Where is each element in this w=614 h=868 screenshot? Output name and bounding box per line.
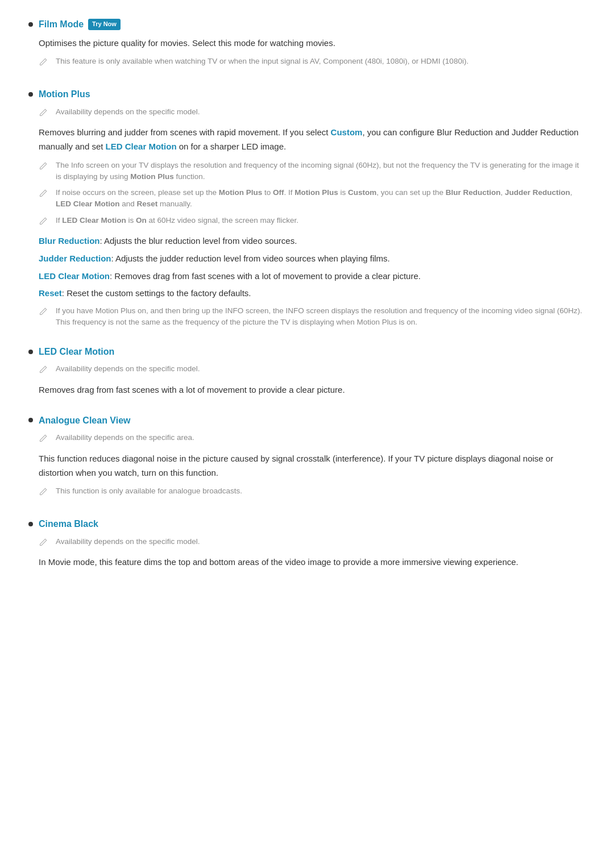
note-text: This feature is only available when watc… [56,56,468,67]
note-row: This feature is only available when watc… [39,56,586,71]
note-text: If noise occurs on the screen, please se… [56,187,586,210]
inline-highlight: Judder Reduction [505,188,570,197]
section-title-cinema-black: Cinema Black [39,517,98,531]
definition-colon: : [100,236,102,246]
inline-highlight: LED Clear Motion [62,216,126,225]
definition-row: Reset: Reset the custom settings to the … [39,286,586,301]
note-text: Availability depends on the specific mod… [56,536,200,547]
inline-highlight: LED Clear Motion [106,142,177,151]
inline-highlight: On [136,216,147,225]
section-title-row-analogue-clean-view: Analogue Clean View [28,413,586,428]
bullet-dot [28,522,33,526]
definition-term: Judder Reduction [39,254,111,263]
note-text: Availability depends on the specific are… [56,432,194,443]
section-title-motion-plus: Motion Plus [39,87,90,102]
definition-row: LED Clear Motion: Removes drag from fast… [39,269,586,284]
section-body-film-mode: Optimises the picture quality for movies… [39,36,586,71]
section-film-mode: Film ModeTry NowOptimises the picture qu… [28,17,586,71]
section-body-motion-plus: Availability depends on the specific mod… [39,106,586,329]
note-row: Availability depends on the specific mod… [39,536,586,551]
note-pencil-icon [39,160,51,175]
bullet-dot [28,22,33,27]
section-title-row-motion-plus: Motion Plus [28,87,586,102]
note-pencil-icon [39,306,51,321]
bullet-dot [28,92,33,97]
definition-row: Judder Reduction: Adjusts the judder red… [39,252,586,266]
section-body-led-clear-motion: Availability depends on the specific mod… [39,363,586,397]
inline-highlight: Reset [137,200,158,208]
note-row: If noise occurs on the screen, please se… [39,187,586,210]
section-title-analogue-clean-view: Analogue Clean View [39,413,131,428]
body-text: Removes drag from fast scenes with a lot… [39,383,586,397]
definition-colon: : [111,254,114,263]
inline-highlight: Custom [348,188,376,197]
note-pencil-icon [39,188,51,202]
inline-highlight: Off [273,188,284,197]
bullet-dot [28,418,33,422]
definition-row: Blur Reduction: Adjusts the blur reducti… [39,234,586,248]
section-body-analogue-clean-view: Availability depends on the specific are… [39,432,586,501]
section-analogue-clean-view: Analogue Clean ViewAvailability depends … [28,413,586,501]
section-title-row-cinema-black: Cinema Black [28,517,586,531]
section-motion-plus: Motion PlusAvailability depends on the s… [28,87,586,329]
definition-colon: : [62,288,64,298]
inline-highlight: Motion Plus [294,188,338,197]
section-title-led-clear-motion: LED Clear Motion [39,344,114,359]
note-text: This function is only available for anal… [56,485,242,497]
inline-highlight: LED Clear Motion [56,200,120,208]
definition-colon: : [110,271,112,281]
note-pencil-icon [39,107,51,122]
main-content-list: Film ModeTry NowOptimises the picture qu… [28,17,586,570]
note-pencil-icon [39,537,51,551]
section-cinema-black: Cinema BlackAvailability depends on the … [28,517,586,570]
note-row: Availability depends on the specific are… [39,432,586,447]
note-pencil-icon [39,56,51,71]
inline-highlight: Blur Reduction [446,188,501,197]
note-row: Availability depends on the specific mod… [39,363,586,379]
inline-highlight: Custom [331,127,363,137]
note-row: Availability depends on the specific mod… [39,106,586,122]
definition-term: LED Clear Motion [39,271,110,281]
note-row: This function is only available for anal… [39,485,586,501]
section-title-film-mode: Film Mode [39,17,84,32]
bullet-dot [28,350,33,354]
body-text: In Movie mode, this feature dims the top… [39,555,586,570]
section-title-row-led-clear-motion: LED Clear Motion [28,344,586,359]
note-text: If LED Clear Motion is On at 60Hz video … [56,215,298,226]
definition-term: Blur Reduction [39,236,100,246]
note-row: If LED Clear Motion is On at 60Hz video … [39,215,586,230]
note-text: Availability depends on the specific mod… [56,363,200,375]
note-pencil-icon [39,433,51,447]
body-text: This function reduces diagonal noise in … [39,452,586,480]
inline-highlight: Motion Plus [130,172,174,181]
try-now-badge[interactable]: Try Now [88,19,121,30]
note-row: If you have Motion Plus on, and then bri… [39,305,586,329]
section-led-clear-motion: LED Clear MotionAvailability depends on … [28,344,586,397]
section-body-cinema-black: Availability depends on the specific mod… [39,536,586,570]
note-text: Availability depends on the specific mod… [56,106,200,118]
body-text: Optimises the picture quality for movies… [39,36,586,51]
inline-highlight: Motion Plus [219,188,263,197]
note-pencil-icon [39,364,51,379]
note-pencil-icon [39,486,51,501]
definition-term: Reset [39,288,62,298]
body-text: Removes blurring and judder from scenes … [39,126,586,154]
note-row: The Info screen on your TV displays the … [39,160,586,183]
section-title-row-film-mode: Film ModeTry Now [28,17,586,32]
note-text: If you have Motion Plus on, and then bri… [56,305,586,329]
note-pencil-icon [39,215,51,230]
note-text: The Info screen on your TV displays the … [56,160,586,183]
